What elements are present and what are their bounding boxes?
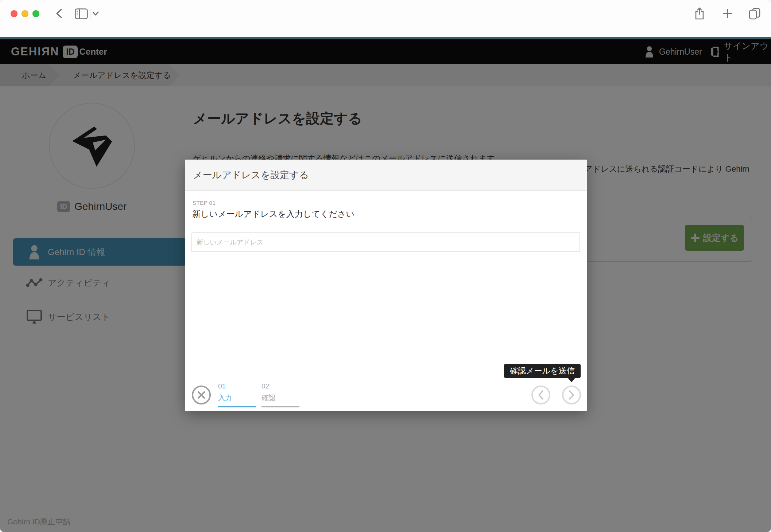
back-icon[interactable] [55,8,64,19]
modal-close-button[interactable] [192,386,211,404]
wizard-step-label: 入力 [218,393,256,403]
close-window-button[interactable] [11,10,18,17]
previous-step-button[interactable] [531,386,550,404]
new-email-input[interactable] [191,232,580,252]
tooltip-arrow [567,378,576,382]
wizard-step-underline [218,406,256,407]
zoom-window-button[interactable] [32,10,39,17]
modal-footer: 01 入力 02 確認 [185,378,587,411]
share-icon[interactable] [694,7,705,20]
new-tab-icon[interactable] [722,8,733,19]
step-indicator-label: STEP 01 [193,200,216,206]
modal-header: メールアドレスを設定する [185,160,587,191]
wizard-step-number: 01 [218,382,256,390]
wizard-step-number: 02 [261,382,299,390]
browser-toolbar [0,0,771,37]
chevron-down-icon[interactable] [92,11,99,16]
close-icon [197,391,206,399]
chevron-left-icon [537,390,545,400]
next-step-button[interactable] [562,386,581,404]
minimize-window-button[interactable] [22,10,28,17]
modal-heading: 新しいメールアドレスを入力してください [192,208,354,220]
browser-theme-strip [0,37,771,39]
send-confirmation-tooltip: 確認メールを送信 [504,364,581,378]
tab-overview-icon[interactable] [748,7,761,20]
wizard-step-2[interactable]: 02 確認 [261,382,299,407]
browser-window: GEHIЯN ID Center GehirnUser サインアウト メールアド… [0,0,771,532]
modal-title: メールアドレスを設定する [193,160,309,191]
wizard-step-underline [261,406,299,407]
wizard-step-label: 確認 [261,393,299,403]
wizard-step-1[interactable]: 01 入力 [218,382,256,407]
chevron-right-icon [567,390,576,400]
toolbar-divider [90,9,90,19]
sidebar-toggle-icon[interactable] [75,8,88,19]
